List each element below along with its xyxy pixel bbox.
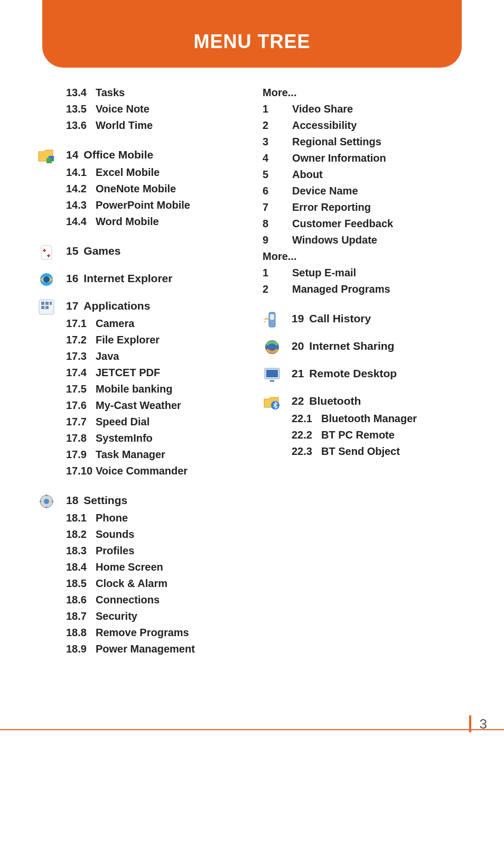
item-label: Power Management bbox=[96, 641, 195, 657]
section-16: 16Internet Explorer bbox=[37, 272, 241, 285]
item-label: Voice Commander bbox=[96, 463, 188, 479]
item-label: Windows Update bbox=[292, 232, 377, 248]
section-20: 20Internet Sharing bbox=[263, 340, 467, 352]
item-num: 18.1 bbox=[66, 510, 96, 526]
item-num: 2 bbox=[263, 281, 292, 297]
list-item: 22.2BT PC Remote bbox=[292, 427, 467, 443]
item-num: 18.8 bbox=[66, 625, 96, 641]
list-item: 17.6My-Cast Weather bbox=[66, 397, 241, 414]
list-item: 18.5Clock & Alarm bbox=[66, 575, 241, 592]
item-label: Mobile banking bbox=[96, 381, 173, 397]
section-num: 16 bbox=[66, 272, 78, 284]
item-label: Device Name bbox=[292, 183, 358, 199]
item-num: 17.1 bbox=[66, 315, 96, 332]
section-title: Games bbox=[83, 245, 120, 257]
applications-grid-icon bbox=[37, 297, 58, 319]
item-num: 18.9 bbox=[66, 641, 96, 657]
item-label: Connections bbox=[96, 592, 160, 608]
list-item: 18.6Connections bbox=[66, 592, 241, 608]
section-title: Remote Desktop bbox=[309, 367, 397, 379]
item-num: 17.3 bbox=[66, 348, 96, 365]
section-18: 18Settings 18.1Phone 18.2Sounds 18.3Prof… bbox=[37, 494, 241, 657]
more-block-1: More... 1Video Share 2Accessibility 3Reg… bbox=[234, 85, 467, 297]
section-21: 21Remote Desktop bbox=[263, 367, 467, 380]
list-item: 2Accessibility bbox=[263, 117, 467, 134]
item-num: 17.2 bbox=[66, 332, 96, 348]
svg-rect-2 bbox=[41, 246, 52, 259]
item-num: 1 bbox=[263, 101, 292, 117]
more-label: More... bbox=[263, 85, 467, 101]
list-item: 13.5Voice Note bbox=[66, 101, 241, 117]
item-label: Video Share bbox=[292, 101, 353, 117]
internet-sharing-icon bbox=[263, 338, 284, 359]
section-14: 14Office Mobile 14.1Excel Mobile 14.2One… bbox=[37, 148, 241, 230]
item-num: 13.6 bbox=[66, 117, 96, 134]
list-item: 18.4Home Screen bbox=[66, 559, 241, 575]
item-num: 17.10 bbox=[66, 463, 96, 479]
list-item: 17.5Mobile banking bbox=[66, 381, 241, 397]
list-item: 1Video Share bbox=[263, 101, 467, 117]
item-label: World Time bbox=[96, 117, 153, 134]
svg-rect-17 bbox=[266, 370, 278, 377]
section-22: 22Bluetooth 22.1Bluetooth Manager 22.2BT… bbox=[263, 395, 467, 460]
section-title: Internet Explorer bbox=[83, 272, 172, 284]
list-item: 7Error Reporting bbox=[263, 199, 467, 216]
item-num: 3 bbox=[263, 134, 292, 150]
list-item: 17.1Camera bbox=[66, 315, 241, 332]
list-item: 17.10Voice Commander bbox=[66, 463, 241, 479]
left-column: 13.4Tasks 13.5Voice Note 13.6World Time … bbox=[37, 85, 241, 672]
header-band: MENU TREE bbox=[42, 0, 462, 68]
item-num: 17.6 bbox=[66, 397, 96, 414]
item-num: 18.3 bbox=[66, 543, 96, 559]
item-label: Home Screen bbox=[96, 559, 163, 575]
item-num: 18.2 bbox=[66, 526, 96, 543]
list-item: 1Setup E-mail bbox=[263, 265, 467, 281]
section-heading: 15Games bbox=[66, 245, 241, 257]
footer-divider bbox=[0, 729, 504, 730]
bluetooth-folder-icon bbox=[263, 393, 284, 414]
remote-desktop-monitor-icon bbox=[263, 365, 284, 386]
section-17: 17Applications 17.1Camera 17.2File Explo… bbox=[37, 300, 241, 479]
call-history-phone-icon bbox=[263, 310, 284, 331]
list-item: 22.1Bluetooth Manager bbox=[292, 411, 467, 427]
item-label: Remove Programs bbox=[96, 625, 189, 641]
section-heading: 19Call History bbox=[292, 312, 467, 325]
right-column: More... 1Video Share 2Accessibility 3Reg… bbox=[263, 85, 467, 672]
section-19: 19Call History bbox=[263, 312, 467, 325]
office-folder-icon bbox=[37, 146, 58, 167]
section-heading: 14Office Mobile bbox=[66, 148, 241, 161]
section-title: Internet Sharing bbox=[309, 340, 394, 352]
item-label: File Explorer bbox=[96, 332, 160, 348]
item-label: JETCET PDF bbox=[96, 365, 160, 381]
section-title: Call History bbox=[309, 312, 371, 324]
section-heading: 18Settings bbox=[66, 494, 241, 507]
item-label: Error Reporting bbox=[292, 199, 371, 216]
section-num: 21 bbox=[292, 367, 304, 379]
svg-rect-14 bbox=[270, 314, 274, 320]
item-num: 17.9 bbox=[66, 446, 96, 463]
item-num: 14.2 bbox=[66, 181, 96, 197]
item-label: Camera bbox=[96, 315, 134, 332]
item-num: 22.1 bbox=[292, 411, 321, 427]
svg-rect-6 bbox=[41, 302, 44, 305]
section-heading: 20Internet Sharing bbox=[292, 340, 467, 352]
section-num: 20 bbox=[292, 340, 304, 352]
section-num: 17 bbox=[66, 300, 78, 312]
svg-rect-8 bbox=[50, 302, 52, 305]
item-label: Bluetooth Manager bbox=[321, 411, 417, 427]
page-title: MENU TREE bbox=[193, 31, 310, 53]
item-label: Profiles bbox=[96, 543, 134, 559]
list-item: 17.4JETCET PDF bbox=[66, 365, 241, 381]
item-num: 18.5 bbox=[66, 575, 96, 592]
svg-rect-10 bbox=[45, 306, 49, 309]
section-15: 15Games bbox=[37, 245, 241, 257]
list-item: 3Regional Settings bbox=[263, 134, 467, 150]
item-label: Phone bbox=[96, 510, 128, 526]
section-num: 22 bbox=[292, 395, 304, 407]
item-num: 17.7 bbox=[66, 414, 96, 430]
item-label: Tasks bbox=[96, 85, 125, 101]
section-num: 15 bbox=[66, 245, 78, 257]
list-item: 2Managed Programs bbox=[263, 281, 467, 297]
item-label: PowerPoint Mobile bbox=[96, 197, 190, 213]
list-item: 17.9Task Manager bbox=[66, 446, 241, 463]
